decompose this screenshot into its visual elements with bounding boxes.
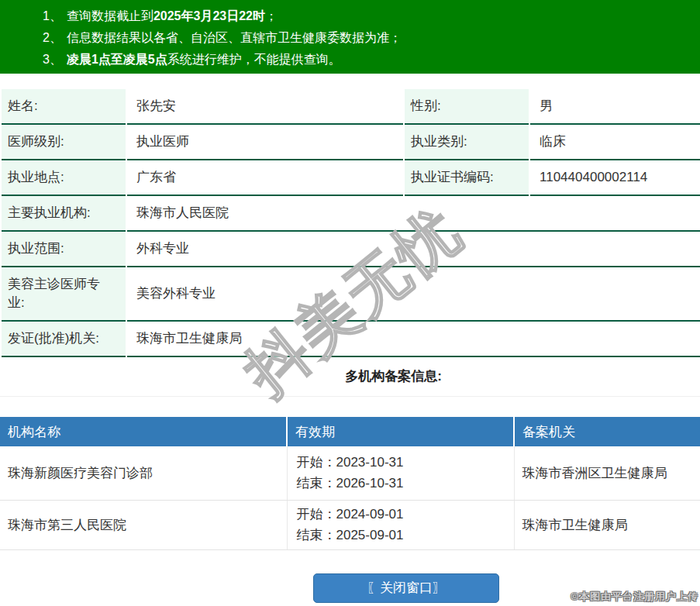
practice-category-value: 临床	[530, 125, 700, 160]
record-authority: 珠海市卫生健康局	[514, 500, 700, 549]
main-institution-value: 珠海市人民医院	[127, 196, 700, 232]
notice-number: 1、	[43, 9, 62, 22]
profile-row-issuing-authority: 发证(批准)机关: 珠海市卫生健康局	[2, 322, 700, 357]
notice-line-1: 1、查询数据截止到2025年3月23日22时；	[43, 5, 692, 27]
validity-end: 结束：2026-10-31	[295, 473, 514, 494]
main-institution-label: 主要执业机构:	[2, 196, 126, 232]
notice-text: 查询数据截止到	[67, 9, 153, 22]
records-section-title: 多机构备案信息:	[0, 357, 700, 396]
table-row: 珠海市第三人民医院 开始：2024-09-01 结束：2025-09-01 珠海…	[0, 500, 700, 549]
doctor-level-value: 执业医师	[127, 125, 403, 160]
notice-number: 2、	[43, 31, 62, 44]
validity-start: 开始：2024-09-01	[295, 504, 514, 525]
institution-name: 珠海新颜医疗美容门诊部	[0, 446, 287, 500]
issuing-authority-label: 发证(批准)机关:	[2, 322, 126, 357]
profile-row-location-certno: 执业地点: 广东省 执业证书编码: 110440400002114	[2, 160, 700, 196]
records-header-row: 机构名称 有效期 备案机关	[0, 417, 700, 446]
profile-row-level-category: 医师级别: 执业医师 执业类别: 临床	[2, 125, 700, 160]
gender-label: 性别:	[405, 89, 529, 125]
practice-scope-value: 外科专业	[127, 232, 700, 267]
notice-text: ；	[265, 9, 278, 22]
practice-scope-label: 执业范围:	[2, 232, 126, 267]
cosmetic-specialty-value: 美容外科专业	[127, 267, 700, 322]
certificate-number-value: 110440400002114	[530, 160, 700, 196]
validity-period: 开始：2023-10-31 结束：2026-10-31	[287, 446, 514, 500]
notice-text: 系统进行维护，不能提供查询。	[167, 53, 341, 66]
profile-row-main-institution: 主要执业机构: 珠海市人民医院	[2, 196, 700, 232]
practice-category-label: 执业类别:	[405, 125, 529, 160]
records-table: 机构名称 有效期 备案机关 珠海新颜医疗美容门诊部 开始：2023-10-31 …	[0, 417, 700, 550]
issuing-authority-value: 珠海市卫生健康局	[127, 322, 700, 357]
practice-location-value: 广东省	[127, 160, 403, 196]
validity-period-header: 有效期	[287, 417, 514, 446]
doctor-profile-table: 姓名: 张先安 性别: 男 医师级别: 执业医师 执业类别: 临床 执业地点: …	[0, 89, 700, 357]
notice-line-3: 3、凌晨1点至凌晨5点系统进行维护，不能提供查询。	[43, 49, 692, 71]
institution-name-header: 机构名称	[0, 417, 287, 446]
close-window-button[interactable]: 〖关闭窗口〗	[313, 573, 499, 603]
validity-period: 开始：2024-09-01 结束：2025-09-01	[287, 500, 514, 549]
notice-text-bold: 2025年3月23日22时	[153, 9, 265, 22]
notice-text: 信息数据结果以各省、自治区、直辖市卫生健康委数据为准；	[67, 31, 402, 44]
profile-row-cosmetic-specialty: 美容主诊医师专业: 美容外科专业	[2, 267, 700, 322]
name-label: 姓名:	[2, 89, 126, 125]
profile-row-practice-scope: 执业范围: 外科专业	[2, 232, 700, 267]
table-row: 珠海新颜医疗美容门诊部 开始：2023-10-31 结束：2026-10-31 …	[0, 446, 700, 500]
upload-copyright-text: ©本图由平台注册用户上传	[571, 590, 698, 604]
profile-row-name-gender: 姓名: 张先安 性别: 男	[2, 89, 700, 125]
certificate-number-label: 执业证书编码:	[405, 160, 529, 196]
validity-end: 结束：2025-09-01	[295, 525, 514, 546]
institution-name: 珠海市第三人民医院	[0, 500, 287, 549]
notice-number: 3、	[43, 53, 62, 66]
validity-start: 开始：2023-10-31	[295, 452, 514, 473]
records-section: 机构名称 有效期 备案机关 珠海新颜医疗美容门诊部 开始：2023-10-31 …	[0, 396, 700, 550]
cosmetic-specialty-label: 美容主诊医师专业:	[2, 267, 126, 322]
gender-value: 男	[530, 89, 700, 125]
name-value: 张先安	[127, 89, 403, 125]
notice-line-2: 2、信息数据结果以各省、自治区、直辖市卫生健康委数据为准；	[43, 27, 692, 49]
notice-text-bold: 凌晨1点至凌晨5点	[67, 53, 167, 66]
record-authority: 珠海市香洲区卫生健康局	[514, 446, 700, 500]
doctor-level-label: 医师级别:	[2, 125, 126, 160]
notice-banner: 1、查询数据截止到2025年3月23日22时； 2、信息数据结果以各省、自治区、…	[0, 0, 700, 74]
record-authority-header: 备案机关	[514, 417, 700, 446]
practice-location-label: 执业地点:	[2, 160, 126, 196]
